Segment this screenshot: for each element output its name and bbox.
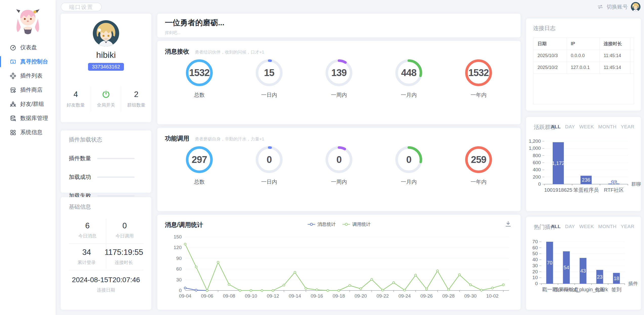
svg-text:70: 70	[547, 260, 552, 265]
account-avatar[interactable]	[631, 2, 640, 12]
svg-text:群聊: 群聊	[631, 181, 641, 187]
svg-text:09-04: 09-04	[179, 293, 191, 299]
svg-text:90: 90	[176, 256, 182, 261]
svg-text:09-22: 09-22	[377, 293, 389, 299]
stat-ring: 0 一周内	[311, 145, 367, 185]
connect-date-value: 2024-08-15T20:07:46	[69, 276, 143, 284]
plugin-load-status-card: 插件加载状态 插件数量 加载成功 加载失败	[61, 130, 151, 193]
svg-text:09-16: 09-16	[311, 293, 323, 299]
sidebar-menu: 仪表盘真寻控制台插件列表插件商店好友/群组数据库管理系统信息	[0, 40, 56, 139]
svg-text:0: 0	[538, 181, 541, 187]
svg-text:09-24: 09-24	[398, 293, 411, 299]
progress-track	[97, 158, 135, 159]
svg-text:54: 54	[564, 265, 569, 270]
shop-icon	[10, 87, 16, 93]
line-chart: 030609012015009-0409-0609-0809-1009-1209…	[157, 215, 521, 310]
svg-text:插件: 插件	[628, 281, 638, 286]
function-call-card: 功能调用 勇者磨砺自身，辛勤的汗水，力量+1 297 总数 0 一日内 0 一周…	[157, 128, 521, 211]
plugin-status-rows: 插件数量 加载成功 加载失败	[69, 155, 143, 200]
sidebar-item-database[interactable]: 数据库管理	[0, 111, 56, 125]
basic-info-card: 基础信息 6今日消息0今日调用 34累计登录1175:19:55连接时长 202…	[61, 197, 151, 310]
progress-track	[97, 195, 135, 197]
stat-ring: 259 一年内	[451, 145, 506, 185]
switch-account[interactable]: 切换账号	[597, 2, 640, 12]
svg-text:1001918625: 1001918625	[544, 187, 572, 193]
message-card-subtitle: 勇者结识伙伴，收到的问候，口才+1	[195, 49, 264, 55]
basic-info-cell: 34累计登录	[69, 244, 104, 270]
ring-label: 一周内	[311, 91, 367, 99]
sidebar-item-plugins[interactable]: 插件列表	[0, 69, 56, 83]
sidebar: 仪表盘真寻控制台插件列表插件商店好友/群组数据库管理系统信息	[0, 0, 56, 315]
svg-text:600: 600	[533, 160, 541, 165]
logo-image	[12, 6, 44, 38]
ring-label: 总数	[171, 178, 227, 185]
svg-text:09-30: 09-30	[464, 293, 477, 299]
svg-text:10: 10	[532, 275, 538, 280]
sidebar-item-label: 仪表盘	[20, 44, 37, 51]
svg-text:09-26: 09-26	[420, 293, 433, 299]
svg-text:09-14: 09-14	[289, 293, 301, 299]
basic-info-cell: 1175:19:55连接时长	[104, 244, 143, 270]
sidebar-item-shop[interactable]: 插件商店	[0, 83, 56, 97]
message-card-title: 消息接收	[165, 47, 189, 56]
plugin-status-title: 插件加载状态	[69, 136, 143, 143]
svg-text:09-10: 09-10	[245, 293, 257, 299]
call-rings: 297 总数 0 一日内 0 一周内 0 一月内 259	[157, 145, 521, 185]
sidebar-item-label: 好友/群组	[20, 100, 44, 108]
sidebar-item-gauge[interactable]: 仪表盘	[0, 40, 56, 55]
switch-account-label: 切换账号	[607, 3, 628, 10]
ring-value: 15	[254, 58, 284, 87]
stat-ring: 139 一周内	[311, 58, 367, 99]
log-row: 2025/10/30.0.0.011:45:14	[533, 50, 634, 62]
bot-stats-row: 4好友数量全局开关2群组数量	[61, 86, 151, 112]
svg-text:236: 236	[582, 177, 590, 183]
hero-card: 一位勇者的磨砺... 挥剑吧...	[157, 14, 521, 37]
basic-info-cell: 0今日调用	[106, 217, 143, 244]
connect-log-table: 日期IP连接时长 2025/10/30.0.0.011:45:142025/10…	[533, 38, 634, 104]
ring-label: 一月内	[381, 91, 437, 99]
swap-icon	[597, 4, 604, 10]
port-settings-button[interactable]: 端口设置	[61, 3, 102, 11]
ring-value: 0	[324, 145, 354, 174]
app-logo	[0, 0, 56, 40]
svg-text:60: 60	[532, 245, 538, 250]
svg-text:800: 800	[533, 153, 541, 158]
ring-value: 1532	[185, 58, 214, 87]
sidebar-item-console[interactable]: 真寻控制台	[0, 55, 56, 69]
active-groups-chart: 02004006008001,0001,2001,172100191862523…	[526, 117, 641, 211]
svg-text:20: 20	[532, 269, 538, 274]
ring-label: 一年内	[451, 91, 506, 99]
sidebar-item-label: 数据库管理	[20, 114, 48, 122]
log-header-row: 日期IP连接时长	[533, 38, 634, 50]
connect-log-title: 连接日志	[533, 25, 634, 32]
plugin-status-row: 插件数量	[69, 155, 143, 162]
hot-plugins-card: 热门插件 ALLDAYWEEKMONTHYEAR 010203040506070…	[526, 217, 641, 310]
ring-label: 总数	[171, 91, 227, 99]
svg-text:色图: 色图	[595, 287, 605, 292]
ring-label: 一日内	[241, 91, 297, 99]
basic-info-title: 基础信息	[69, 203, 143, 211]
svg-text:09-08: 09-08	[223, 293, 235, 299]
progress-track	[97, 177, 135, 178]
svg-text:0: 0	[179, 288, 182, 293]
log-col-header: 日期	[533, 38, 567, 50]
log-col-header: 连接时长	[599, 38, 630, 50]
active-groups-card: 活跃群聊 ALLDAYWEEKMONTHYEAR 02004006008001,…	[526, 117, 641, 211]
stat-ring: 297 总数	[171, 145, 227, 185]
svg-text:43: 43	[580, 268, 586, 274]
hero-title: 一位勇者的磨砺...	[165, 18, 513, 28]
sidebar-item-friends[interactable]: 好友/群组	[0, 97, 56, 111]
svg-text:0: 0	[535, 281, 538, 286]
sidebar-item-system[interactable]: 系统信息	[0, 125, 56, 139]
global-switch[interactable]: 全局开关	[91, 86, 121, 112]
svg-text:50: 50	[532, 251, 538, 256]
svg-text:1,172: 1,172	[552, 160, 565, 166]
bot-avatar	[93, 20, 119, 46]
database-icon	[10, 115, 16, 122]
svg-text:200: 200	[533, 174, 541, 180]
log-row: 2025/10/2127.0.0.111:45:14	[533, 62, 634, 74]
svg-text:RTF社区: RTF社区	[604, 187, 624, 193]
svg-text:30: 30	[532, 263, 538, 268]
svg-text:09-06: 09-06	[201, 293, 213, 299]
ring-label: 一年内	[451, 178, 506, 185]
